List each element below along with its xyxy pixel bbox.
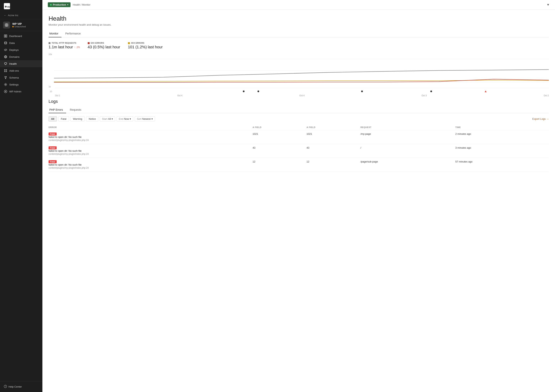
sidebar-item-domains[interactable]: Domains xyxy=(0,53,42,60)
table-row[interactable]: Fatal failed to open dir: No such file c… xyxy=(49,144,549,158)
sidebar-item-addons[interactable]: Add-ons xyxy=(0,67,42,74)
end-value: Now xyxy=(124,117,129,120)
field2-col-1: 43 xyxy=(307,144,361,158)
help-icon: ? xyxy=(4,385,7,389)
metric-label-total_http: TOTAL HTTP REQUESTS xyxy=(49,42,80,44)
svg-point-21 xyxy=(5,91,6,92)
sidebar-item-health[interactable]: Health xyxy=(0,60,42,67)
globe-icon xyxy=(4,55,7,58)
metric-value-total_http: 1.1m last hour ↑ .1% xyxy=(49,45,80,49)
error-badge-1: Fatal xyxy=(49,146,57,150)
wp-admin-label: WP Admin xyxy=(9,90,21,93)
filter-all-button[interactable]: All xyxy=(49,116,57,121)
filter-warning-button[interactable]: Warning xyxy=(71,116,85,121)
svg-point-5 xyxy=(6,25,7,26)
svg-text:⊕: ⊕ xyxy=(5,5,7,8)
env-status-dot xyxy=(50,4,52,6)
back-label: Acme Inc xyxy=(8,14,18,17)
topbar: Production ▾ Health / Monitor ▼ xyxy=(42,0,555,10)
sidebar-item-wp-admin[interactable]: WP Admin xyxy=(0,88,42,95)
error-main-1: failed to open dir: No such file xyxy=(49,150,250,152)
field1-col-2: 12 xyxy=(253,158,307,172)
back-button[interactable]: ← Acme Inc xyxy=(0,12,42,19)
sidebar-item-schema[interactable]: Schema xyxy=(0,74,42,81)
status-dot-icon xyxy=(12,26,14,27)
field2-col-2: 12 xyxy=(307,158,361,172)
metric-label-5xx: 5XX ERRORS xyxy=(88,42,120,44)
sidebar-item-settings[interactable]: Settings xyxy=(0,81,42,88)
page-description: Monitor your environment health and debu… xyxy=(49,23,549,26)
metric-value-5xx: 43 (0.5%) last hour xyxy=(88,45,120,49)
error-main-0: failed to open dir: No such file xyxy=(49,135,250,138)
app-icon xyxy=(3,21,10,29)
log-table-header: ERRORA FIELDA FIELDREQUESTTIME xyxy=(49,125,549,130)
sidebar-item-data[interactable]: Data xyxy=(0,39,42,46)
tab-performance[interactable]: Performance xyxy=(65,30,84,37)
logs-tab-requests[interactable]: Requests xyxy=(69,107,84,113)
filter-notice-button[interactable]: Notice xyxy=(86,116,98,121)
metric-color-icon xyxy=(128,42,130,44)
svg-rect-9 xyxy=(6,36,7,37)
sidebar-item-label: Add-ons xyxy=(9,69,19,72)
metrics-row: TOTAL HTTP REQUESTS 1.1m last hour ↑ .1%… xyxy=(49,42,549,49)
field1-col-1: 43 xyxy=(253,144,307,158)
request-col-0: /my-page xyxy=(361,130,455,144)
y-label-mid: 1k xyxy=(49,86,52,88)
request-col-2: /page/sub-page xyxy=(361,158,455,172)
error-path-1: content/plugins/my-plugin/index.php:24 xyxy=(49,153,250,155)
event-dot-1 xyxy=(243,91,245,92)
app-name: WP VIP xyxy=(12,22,26,25)
table-row[interactable]: Fatal failed to open dir: No such file c… xyxy=(49,158,549,172)
chart-container: 10k 1k 10 xyxy=(49,53,549,97)
error-badge-2: Fatal xyxy=(49,160,57,163)
error-path-0: content/plugins/my-plugin/index.php:24 xyxy=(49,139,250,142)
log-table: ERRORA FIELDA FIELDREQUESTTIME Fatal fai… xyxy=(49,125,549,172)
logs-title: Logs xyxy=(49,99,549,104)
metric-4xx: 4XX ERRORS 101 (1.2%) last hour xyxy=(128,42,163,49)
y-label-top: 10k xyxy=(49,53,52,56)
col-header-3: REQUEST xyxy=(361,125,455,130)
sidebar-item-label: Data xyxy=(9,42,15,44)
col-header-1: A FIELD xyxy=(253,125,307,130)
nav-list: Dashboard Data Deploys Domains Health Ad… xyxy=(0,33,42,95)
col-header-4: TIME xyxy=(455,125,549,130)
metric-color-icon xyxy=(88,42,90,44)
chart-y-axis: 10k 1k xyxy=(49,53,53,88)
metric-5xx: 5XX ERRORS 43 (0.5%) last hour xyxy=(88,42,120,49)
svg-point-17 xyxy=(6,76,7,77)
environment-selector[interactable]: Production ▾ xyxy=(48,2,71,7)
x-label-4: Oct 3 xyxy=(422,94,427,97)
help-center-button[interactable]: ? Help Center xyxy=(3,384,39,390)
sidebar-logo: ⊕ vip vip xyxy=(0,0,42,12)
logs-tab-php_errors[interactable]: PHP Errors xyxy=(49,107,66,113)
x-label-3: Oct 4 xyxy=(299,94,305,97)
app-info: WP VIP Unlaunched xyxy=(0,19,42,31)
sort-label: Sort xyxy=(137,117,141,120)
topbar-chevron-icon[interactable]: ▼ xyxy=(547,3,550,7)
col-header-0: ERROR xyxy=(49,125,253,130)
breadcrumb: Health / Monitor xyxy=(73,3,91,6)
sidebar-item-dashboard[interactable]: Dashboard xyxy=(0,33,42,39)
sort-filter[interactable]: Sort Newest ▾ xyxy=(135,116,155,121)
metric-label-4xx: 4XX ERRORS xyxy=(128,42,163,44)
sidebar-item-deploys[interactable]: Deploys xyxy=(0,46,42,53)
sidebar-item-label: Deploys xyxy=(9,49,19,51)
start-value: All xyxy=(108,117,111,120)
tab-monitor[interactable]: Monitor xyxy=(49,30,61,37)
x-label-5: Oct 2 xyxy=(544,94,549,97)
event-timeline: 10 xyxy=(55,88,549,93)
table-row[interactable]: Fatal failed to open dir: No such file c… xyxy=(49,130,549,144)
fork-icon xyxy=(4,76,7,79)
end-label: End xyxy=(119,117,123,120)
wp-admin-icon xyxy=(4,90,7,93)
gear-icon xyxy=(4,83,7,86)
filter-fatal-button[interactable]: Fatal xyxy=(58,116,69,121)
start-filter[interactable]: Start All ▾ xyxy=(100,116,115,121)
export-logs-link[interactable]: Export Logs → xyxy=(532,117,549,120)
error-col-2: Fatal failed to open dir: No such file c… xyxy=(49,158,253,172)
end-filter[interactable]: End Now ▾ xyxy=(117,116,133,121)
chart-x-axis: Oct 1 Oct 4 Oct 4 Oct 3 Oct 2 xyxy=(55,93,549,97)
grid-small-icon xyxy=(4,69,7,72)
logs-section: Logs PHP ErrorsRequests All Fatal Warnin… xyxy=(49,99,549,172)
sidebar-item-label: Schema xyxy=(9,76,19,79)
